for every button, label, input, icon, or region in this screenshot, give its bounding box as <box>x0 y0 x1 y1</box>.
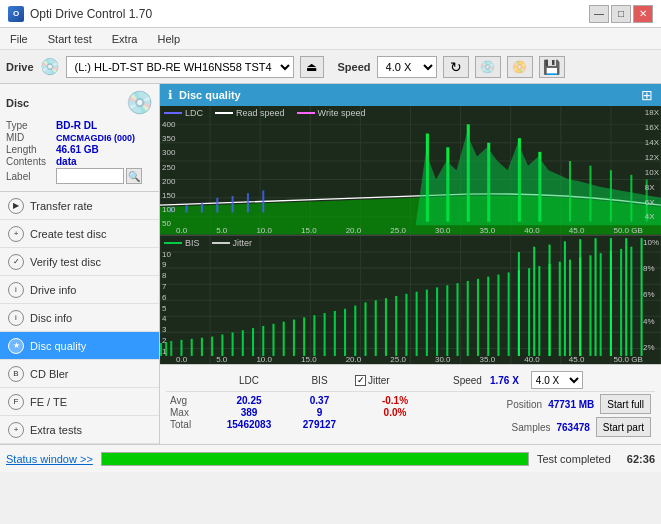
titlebar: O Opti Drive Control 1.70 — □ ✕ <box>0 0 661 28</box>
y-axis-12x: 12X <box>645 153 659 162</box>
position-value: 47731 MB <box>548 399 594 410</box>
legend-jitter: Jitter <box>233 238 253 248</box>
bx-5: 5.0 <box>216 355 227 364</box>
bis-y-5: 5 <box>162 304 171 313</box>
svg-rect-97 <box>569 259 571 355</box>
ldc-y-200: 200 <box>162 177 175 186</box>
avg-jitter: -0.1% <box>355 395 435 406</box>
bx-45: 45.0 <box>569 355 585 364</box>
svg-rect-23 <box>232 196 234 213</box>
drive-label: Drive <box>6 61 34 73</box>
label-input[interactable] <box>56 168 124 184</box>
x-0: 0.0 <box>176 226 187 235</box>
drive-icon: 💿 <box>40 57 60 76</box>
svg-rect-25 <box>262 190 264 212</box>
svg-rect-104 <box>518 252 520 356</box>
svg-rect-91 <box>508 272 510 356</box>
menu-start-test[interactable]: Start test <box>44 31 96 47</box>
fe-te-icon: F <box>8 394 24 410</box>
svg-rect-59 <box>180 339 182 355</box>
nav-item-disc-info[interactable]: i Disc info <box>0 304 159 332</box>
close-button[interactable]: ✕ <box>633 5 653 23</box>
disc-button1[interactable]: 💿 <box>475 56 501 78</box>
menubar: File Start test Extra Help <box>0 28 661 50</box>
svg-rect-85 <box>446 285 448 356</box>
y-axis-8x: 8X <box>645 183 659 192</box>
stats-jitter-header: Jitter <box>368 375 390 386</box>
disc-info-icon: i <box>8 310 24 326</box>
svg-rect-81 <box>405 293 407 355</box>
start-full-button[interactable]: Start full <box>600 394 651 414</box>
ldc-y-300: 300 <box>162 148 175 157</box>
nav-item-fe-te[interactable]: F FE / TE <box>0 388 159 416</box>
stats-speed-header: Speed <box>453 375 482 386</box>
svg-rect-86 <box>457 283 459 356</box>
stats-ldc-header: LDC <box>214 375 284 386</box>
disc-button2[interactable]: 📀 <box>507 56 533 78</box>
svg-rect-70 <box>293 319 295 355</box>
total-label: Total <box>170 419 206 430</box>
nav-item-cd-bler[interactable]: B CD Bler <box>0 360 159 388</box>
start-part-button[interactable]: Start part <box>596 417 651 437</box>
bis-y-9: 9 <box>162 260 171 269</box>
svg-rect-105 <box>533 246 535 355</box>
bx-50: 50.0 GB <box>614 355 643 364</box>
nav-item-drive-info[interactable]: i Drive info <box>0 276 159 304</box>
svg-rect-65 <box>242 330 244 356</box>
menu-file[interactable]: File <box>6 31 32 47</box>
bis-y-4n: 4 <box>162 314 171 323</box>
minimize-button[interactable]: — <box>589 5 609 23</box>
nav-item-create-test-disc[interactable]: + Create test disc <box>0 220 159 248</box>
nav-item-verify-test-disc[interactable]: ✓ Verify test disc <box>0 248 159 276</box>
disc-icon: 💿 <box>126 90 153 116</box>
progress-bar <box>102 453 528 465</box>
chart-header: ℹ Disc quality ⊞ <box>160 84 661 106</box>
jitter-checkbox[interactable]: ✓ <box>355 375 366 386</box>
stats-speed-select[interactable]: 4.0 X <box>531 371 583 389</box>
y-axis-16x: 16X <box>645 123 659 132</box>
x-45: 45.0 <box>569 226 585 235</box>
position-label: Position <box>507 399 543 410</box>
drive-select[interactable]: (L:) HL-DT-ST BD-RE WH16NS58 TST4 <box>66 56 294 78</box>
total-ldc: 15462083 <box>214 419 284 430</box>
svg-rect-88 <box>477 278 479 355</box>
x-25: 25.0 <box>390 226 406 235</box>
chart-header-icon: ℹ <box>168 88 173 102</box>
bx-40: 40.0 <box>524 355 540 364</box>
refresh-button[interactable]: ↻ <box>443 56 469 78</box>
menu-extra[interactable]: Extra <box>108 31 142 47</box>
chart-resize-icon[interactable]: ⊞ <box>641 87 653 103</box>
svg-rect-106 <box>549 244 551 355</box>
svg-rect-94 <box>538 265 540 355</box>
svg-rect-78 <box>375 300 377 356</box>
svg-rect-60 <box>191 338 193 355</box>
bis-y-2n: 2 <box>162 336 171 345</box>
maximize-button[interactable]: □ <box>611 5 631 23</box>
disc-quality-icon: ★ <box>8 338 24 354</box>
svg-rect-107 <box>564 241 566 356</box>
ldc-y-250: 250 <box>162 163 175 172</box>
toolbar: Drive 💿 (L:) HL-DT-ST BD-RE WH16NS58 TST… <box>0 50 661 84</box>
nav-item-disc-quality[interactable]: ★ Disc quality <box>0 332 159 360</box>
bis-y-3: 3 <box>162 325 171 334</box>
nav-item-transfer-rate[interactable]: ▶ Transfer rate <box>0 192 159 220</box>
titlebar-title: Opti Drive Control 1.70 <box>30 7 152 21</box>
svg-rect-83 <box>426 289 428 355</box>
eject-button[interactable]: ⏏ <box>300 56 324 78</box>
x-30: 30.0 <box>435 226 451 235</box>
nav-item-extra-tests[interactable]: + Extra tests <box>0 416 159 444</box>
speed-label: Speed <box>338 61 371 73</box>
bis-y-2: 2% <box>643 343 659 352</box>
svg-rect-79 <box>385 298 387 356</box>
samples-value: 763478 <box>556 422 589 433</box>
speed-select[interactable]: 4.0 X <box>377 56 437 78</box>
x-40: 40.0 <box>524 226 540 235</box>
legend-write-speed: Write speed <box>318 108 366 118</box>
y-axis-14x: 14X <box>645 138 659 147</box>
menu-help[interactable]: Help <box>153 31 184 47</box>
type-value: BD-R DL <box>56 120 97 131</box>
save-button[interactable]: 💾 <box>539 56 565 78</box>
status-window-button[interactable]: Status window >> <box>6 453 93 465</box>
x-20: 20.0 <box>346 226 362 235</box>
label-button[interactable]: 🔍 <box>126 168 142 184</box>
